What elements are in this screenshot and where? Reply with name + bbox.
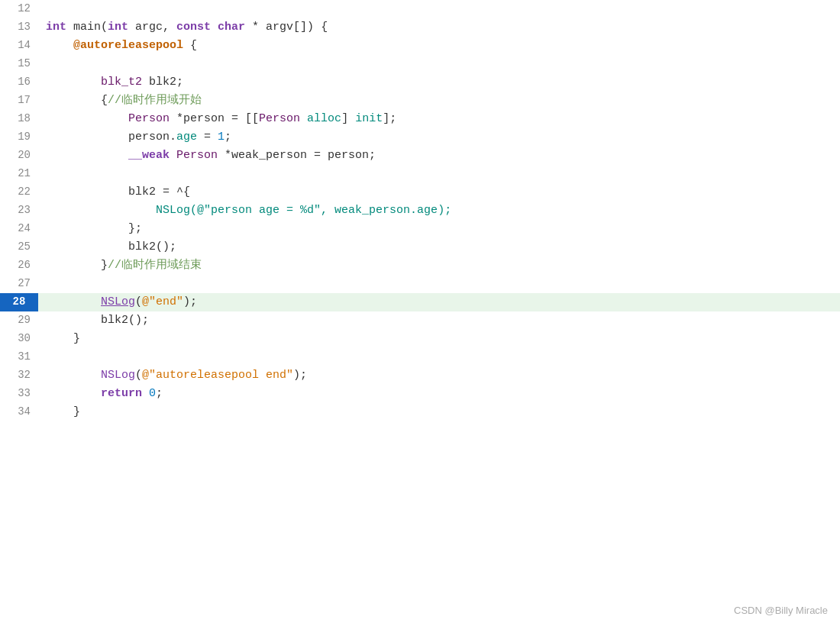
token-plain (46, 293, 101, 311)
line-number: 31 (0, 348, 38, 366)
token-plain: ( (135, 293, 142, 311)
token-num: 1 (218, 128, 225, 146)
token-plain: } (46, 403, 80, 421)
token-plain: *weak_person = person; (218, 147, 376, 164)
token-plain: ; (225, 128, 231, 146)
code-line: 17 {//临时作用域开始 (0, 92, 840, 110)
token-kw2: @autoreleasepool (73, 37, 183, 54)
token-plain: ( (135, 366, 142, 384)
watermark: CSDN @Billy Miracle (734, 603, 828, 618)
line-number: 23 (0, 202, 38, 220)
token-plain (46, 110, 128, 127)
code-line: 28 NSLog(@"end"); (0, 293, 840, 311)
line-content (38, 0, 840, 18)
token-plain: * argv[]) { (245, 18, 328, 36)
line-number: 33 (0, 385, 38, 403)
line-content: blk2 = ^{ (38, 183, 840, 202)
token-str: @"autoreleasepool end" (142, 366, 293, 384)
line-content: return 0; (38, 385, 840, 403)
line-number: 22 (0, 183, 38, 202)
line-content: }//临时作用域结束 (38, 257, 840, 275)
line-number: 28 (0, 293, 38, 311)
line-content (38, 165, 840, 183)
token-plain: ); (183, 293, 197, 311)
code-line: 19 person.age = 1; (0, 128, 840, 147)
line-content: blk2(); (38, 311, 840, 330)
token-plain: ; (156, 385, 163, 402)
line-number: 34 (0, 403, 38, 421)
line-number: 30 (0, 330, 38, 348)
token-kw: int (46, 18, 66, 36)
line-content (38, 55, 840, 73)
line-number: 12 (0, 0, 38, 18)
line-content: @autoreleasepool { (38, 37, 840, 55)
token-str: @"end" (142, 293, 183, 311)
line-content: } (38, 330, 840, 348)
token-plain: } (46, 257, 108, 274)
line-content: {//临时作用域开始 (38, 92, 840, 110)
code-line: 25 blk2(); (0, 238, 840, 257)
line-number: 15 (0, 55, 38, 73)
token-plain (46, 202, 156, 219)
line-number: 13 (0, 18, 38, 37)
token-num: 0 (149, 385, 156, 402)
code-line: 23 NSLog(@"person age = %d", weak_person… (0, 202, 840, 220)
token-plain: { (183, 37, 197, 54)
code-editor: 1213int main(int argc, const char * argv… (0, 0, 840, 626)
line-number: 18 (0, 110, 38, 128)
line-content: NSLog(@"end"); (38, 293, 840, 311)
line-number: 16 (0, 73, 38, 92)
code-line: 14 @autoreleasepool { (0, 37, 840, 55)
code-line: 26 }//临时作用域结束 (0, 257, 840, 275)
line-content: person.age = 1; (38, 128, 840, 147)
line-content: __weak Person *weak_person = person; (38, 147, 840, 165)
code-line: 21 (0, 165, 840, 183)
line-content (38, 275, 840, 293)
line-number: 14 (0, 37, 38, 55)
line-number: 27 (0, 275, 38, 293)
code-line: 27 (0, 275, 840, 293)
code-line: 16 blk_t2 blk2; (0, 73, 840, 92)
line-number: 21 (0, 165, 38, 183)
token-kw: int (108, 18, 128, 36)
token-plain: blk2; (142, 73, 183, 91)
token-fn: NSLog (101, 366, 135, 384)
line-number: 19 (0, 128, 38, 147)
line-content: NSLog(@"person age = %d", weak_person.ag… (38, 202, 840, 220)
line-content (38, 348, 840, 366)
token-plain: { (46, 92, 108, 109)
token-cls: Person (128, 110, 170, 127)
token-teal: ); (438, 202, 451, 219)
token-teal: age (176, 128, 197, 146)
token-plain (300, 110, 307, 127)
token-cls: Person (176, 147, 218, 164)
code-line: 20 __weak Person *weak_person = person; (0, 147, 840, 165)
line-number: 26 (0, 257, 38, 275)
token-plain: ]; (383, 110, 396, 127)
line-number: 25 (0, 238, 38, 257)
token-teal: , weak_person. (321, 202, 417, 219)
token-kw: __weak (128, 147, 170, 164)
token-teal: alloc (307, 110, 341, 127)
token-fn: NSLog (101, 293, 135, 311)
token-kw: char (218, 18, 245, 36)
token-cls: blk_t2 (101, 73, 142, 91)
token-plain: ] (341, 110, 355, 127)
token-plain (46, 385, 101, 402)
token-plain: blk2 = ^{ (46, 183, 190, 201)
code-line: 12 (0, 0, 840, 18)
token-plain: argc, (128, 18, 176, 36)
code-line: 34 } (0, 403, 840, 421)
code-line: 33 return 0; (0, 385, 840, 403)
line-number: 17 (0, 92, 38, 110)
token-teal: age (417, 202, 438, 219)
code-line: 29 blk2(); (0, 311, 840, 330)
token-teal: @"person age = %d" (197, 202, 321, 219)
token-cls: Person (259, 110, 300, 127)
code-line: 22 blk2 = ^{ (0, 183, 840, 202)
token-teal: init (355, 110, 383, 127)
line-content: } (38, 403, 840, 421)
token-comment: //临时作用域结束 (108, 257, 202, 274)
line-number: 32 (0, 366, 38, 385)
line-content: blk_t2 blk2; (38, 73, 840, 92)
